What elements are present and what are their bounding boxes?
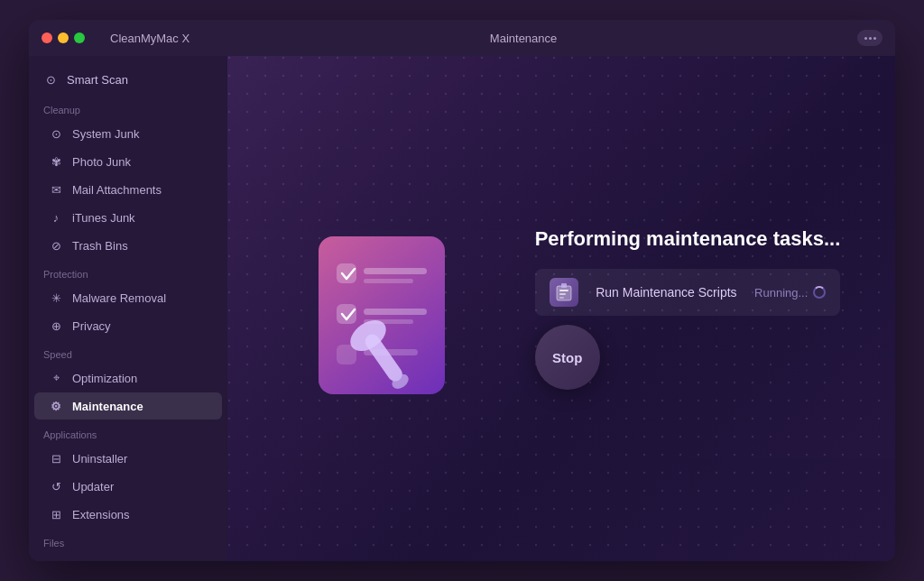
traffic-lights <box>42 32 85 43</box>
svg-rect-18 <box>561 283 567 288</box>
performing-text: Performing maintenance tasks... <box>535 227 841 251</box>
sidebar-item-uninstaller[interactable]: ⊟ Uninstaller <box>34 445 222 472</box>
page-title: Maintenance <box>490 32 557 45</box>
extensions-icon: ⊞ <box>49 507 63 521</box>
photo-junk-icon: ✾ <box>49 154 63 169</box>
sidebar-item-system-junk[interactable]: ⊙ System Junk <box>34 120 222 147</box>
close-button[interactable] <box>42 32 52 43</box>
sidebar-item-photo-junk[interactable]: ✾ Photo Junk <box>34 148 222 175</box>
section-label-applications: Applications <box>29 420 227 444</box>
updater-icon: ↺ <box>49 479 63 493</box>
sidebar-item-optimization[interactable]: ⌖ Optimization <box>34 364 222 392</box>
optimization-icon: ⌖ <box>49 371 63 385</box>
sidebar-item-trash-bins[interactable]: ⊘ Trash Bins <box>34 232 222 259</box>
task-row: Run Maintenance Scripts Running... <box>535 269 841 316</box>
stop-button[interactable]: Stop <box>535 325 600 390</box>
sidebar-item-smart-scan[interactable]: ⊙ Smart Scan <box>29 63 227 96</box>
svg-rect-16 <box>559 293 566 295</box>
itunes-icon: ♪ <box>49 210 63 225</box>
sidebar-item-space-lens[interactable]: ◎ Space Lens <box>34 553 222 561</box>
sidebar: ⊙ Smart Scan Cleanup ⊙ System Junk ✾ Pho… <box>29 56 227 561</box>
more-options-button[interactable] <box>857 30 882 46</box>
privacy-icon: ⊕ <box>49 318 63 333</box>
app-name-label: CleanMyMac X <box>110 32 189 45</box>
sidebar-item-mail-attachments[interactable]: ✉ Mail Attachments <box>34 176 222 203</box>
maintenance-illustration <box>282 218 481 399</box>
section-label-speed: Speed <box>29 340 227 364</box>
main-content-area: ⊙ Smart Scan Cleanup ⊙ System Junk ✾ Pho… <box>29 56 895 561</box>
status-area: Performing maintenance tasks... Run <box>535 227 841 390</box>
trash-icon: ⊘ <box>49 238 63 253</box>
uninstaller-icon: ⊟ <box>49 451 63 466</box>
system-junk-icon: ⊙ <box>49 126 63 141</box>
app-window: CleanMyMac X Maintenance ⊙ Smart Scan Cl… <box>29 20 895 561</box>
section-label-files: Files <box>29 529 227 552</box>
task-name: Run Maintenance Scripts <box>589 285 744 300</box>
sidebar-item-updater[interactable]: ↺ Updater <box>34 473 222 500</box>
loading-spinner <box>813 286 826 299</box>
svg-rect-6 <box>337 304 356 324</box>
maintenance-icon: ⚙ <box>49 399 63 413</box>
sidebar-item-privacy[interactable]: ⊕ Privacy <box>34 312 222 339</box>
running-text: Running... <box>754 286 808 300</box>
titlebar: CleanMyMac X Maintenance <box>29 20 895 56</box>
sidebar-item-extensions[interactable]: ⊞ Extensions <box>34 501 222 528</box>
maximize-button[interactable] <box>74 32 85 43</box>
space-lens-icon: ◎ <box>49 559 63 561</box>
task-icon <box>550 278 578 307</box>
section-label-protection: Protection <box>29 260 227 283</box>
mail-icon: ✉ <box>49 182 63 197</box>
smart-scan-icon: ⊙ <box>43 72 58 87</box>
task-status: Running... <box>754 286 826 300</box>
sidebar-item-malware-removal[interactable]: ✳ Malware Removal <box>34 284 222 311</box>
svg-rect-3 <box>337 263 356 283</box>
section-label-cleanup: Cleanup <box>29 96 227 119</box>
malware-icon: ✳ <box>49 290 63 305</box>
sidebar-item-maintenance[interactable]: ⚙ Maintenance <box>34 392 222 420</box>
minimize-button[interactable] <box>58 32 69 43</box>
smart-scan-label: Smart Scan <box>67 73 128 87</box>
svg-rect-7 <box>364 309 427 315</box>
illustration-svg <box>282 218 481 426</box>
sidebar-item-itunes-junk[interactable]: ♪ iTunes Junk <box>34 204 222 231</box>
svg-rect-17 <box>559 297 564 299</box>
svg-rect-15 <box>559 290 568 291</box>
svg-rect-5 <box>364 279 413 283</box>
svg-rect-4 <box>364 268 427 274</box>
main-panel: Performing maintenance tasks... Run <box>227 56 895 561</box>
